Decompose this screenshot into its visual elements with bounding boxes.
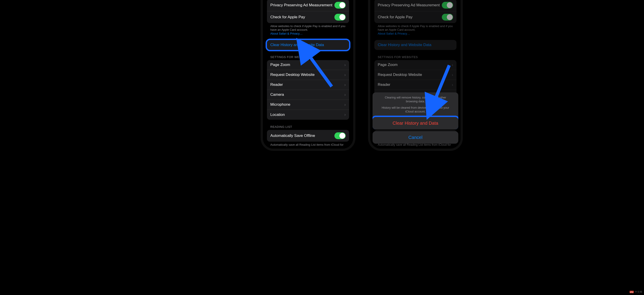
apple-pay-row[interactable]: Check for Apple Pay (267, 11, 349, 23)
reading-list-footer: Automatically save all Reading List item… (267, 142, 349, 146)
camera-row[interactable]: Camera › (267, 90, 349, 100)
clear-history-action[interactable]: Clear History and Data (372, 117, 458, 129)
request-desktop-row[interactable]: Request Desktop Website › (267, 70, 349, 80)
privacy-ad-label: Privacy Preserving Ad Measurement (270, 3, 334, 8)
auto-offline-toggle[interactable] (334, 132, 346, 139)
chevron-right-icon: › (344, 83, 346, 87)
chevron-right-icon: › (344, 63, 346, 67)
reading-list-header: READING LIST (267, 120, 349, 130)
location-row[interactable]: Location › (267, 110, 349, 120)
phone-right: Privacy Preserving Ad Measurement Check … (368, 0, 463, 151)
clear-history-label: Clear History and Website Data (270, 43, 346, 47)
chevron-right-icon: › (344, 73, 346, 77)
chevron-right-icon: › (344, 102, 346, 107)
watermark: php 中文网 (630, 290, 642, 294)
websites-header: SETTINGS FOR WEBSITES (267, 50, 349, 60)
cancel-button[interactable]: Cancel (372, 131, 458, 144)
chevron-right-icon: › (344, 112, 346, 117)
page-zoom-row[interactable]: Page Zoom › (267, 60, 349, 70)
microphone-row[interactable]: Microphone › (267, 100, 349, 110)
privacy-ad-toggle[interactable] (334, 2, 346, 9)
phone-left: Privacy Preserving Ad Measurement Check … (260, 0, 356, 151)
auto-offline-row[interactable]: Automatically Save Offline (267, 130, 349, 142)
reader-row[interactable]: Reader › (267, 80, 349, 90)
chevron-right-icon: › (344, 92, 346, 97)
apple-pay-toggle[interactable] (334, 14, 346, 21)
action-sheet: Clearing will remove history, cookies, a… (372, 92, 458, 129)
about-safari-privacy-link[interactable]: About Safari & Privacy… (270, 32, 302, 35)
apple-pay-footer: Allow websites to check if Apple Pay is … (267, 23, 349, 36)
privacy-ad-row[interactable]: Privacy Preserving Ad Measurement (267, 0, 349, 11)
apple-pay-label: Check for Apple Pay (270, 15, 334, 20)
clear-history-row[interactable]: Clear History and Website Data (267, 40, 349, 50)
sheet-message: Clearing will remove history, cookies, a… (372, 92, 458, 117)
